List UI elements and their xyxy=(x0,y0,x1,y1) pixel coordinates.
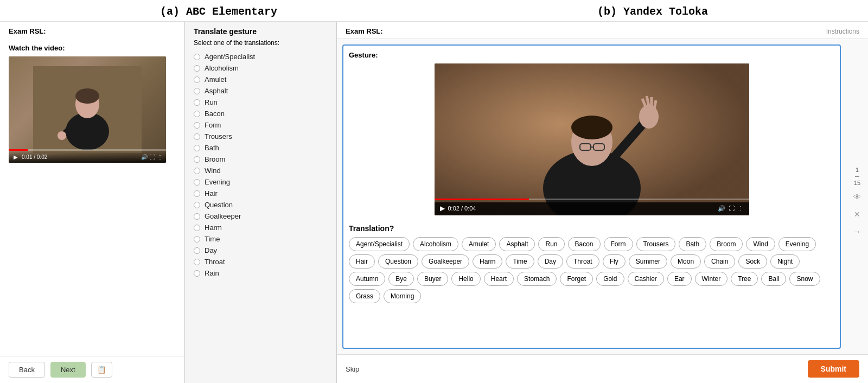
translation-btn-16[interactable]: Time xyxy=(506,254,534,269)
translation-btn-25[interactable]: Autumn xyxy=(349,272,385,286)
option-item[interactable]: Wind xyxy=(194,165,328,176)
option-item[interactable]: Question xyxy=(194,199,328,210)
translation-btn-37[interactable]: Ball xyxy=(761,272,786,286)
option-radio-9[interactable] xyxy=(194,156,200,163)
translation-btn-35[interactable]: Winter xyxy=(695,272,728,286)
right-video-player[interactable]: ▶ 0:02 / 0:04 🔊 ⛶ ⋮ xyxy=(435,63,749,215)
option-radio-17[interactable] xyxy=(194,247,200,254)
right-volume-icon[interactable]: 🔊 xyxy=(718,205,725,212)
option-radio-15[interactable] xyxy=(194,225,200,231)
right-play-button[interactable]: ▶ xyxy=(440,205,445,212)
translation-btn-6[interactable]: Form xyxy=(604,237,633,251)
translation-btn-8[interactable]: Bath xyxy=(679,237,706,251)
option-item[interactable]: Form xyxy=(194,119,328,131)
translation-btn-11[interactable]: Evening xyxy=(778,237,816,251)
option-radio-8[interactable] xyxy=(194,145,200,151)
option-item[interactable]: Rain xyxy=(194,267,328,279)
submit-button[interactable]: Submit xyxy=(808,360,859,378)
translation-btn-29[interactable]: Heart xyxy=(484,272,514,286)
option-radio-5[interactable] xyxy=(194,111,200,117)
translation-btn-4[interactable]: Run xyxy=(538,237,564,251)
translation-btn-1[interactable]: Alcoholism xyxy=(413,237,458,251)
translation-btn-34[interactable]: Ear xyxy=(667,272,692,286)
option-radio-2[interactable] xyxy=(194,76,200,83)
option-item[interactable]: Throat xyxy=(194,256,328,267)
option-radio-16[interactable] xyxy=(194,236,200,242)
translation-btn-19[interactable]: Fly xyxy=(603,254,626,269)
next-button[interactable]: Next xyxy=(50,362,86,378)
option-radio-19[interactable] xyxy=(194,270,200,277)
translation-btn-10[interactable]: Wind xyxy=(746,237,775,251)
option-radio-4[interactable] xyxy=(194,99,200,106)
translation-btn-0[interactable]: Agent/Specialist xyxy=(349,237,410,251)
translation-btn-40[interactable]: Morning xyxy=(384,289,421,303)
left-video-player[interactable]: ▶ 0:01 / 0:02 🔊 ⛶ ⋮ xyxy=(9,56,166,163)
translation-btn-36[interactable]: Tree xyxy=(731,272,758,286)
translation-btn-12[interactable]: Hair xyxy=(349,254,375,269)
option-item[interactable]: Bacon xyxy=(194,108,328,119)
eye-icon[interactable]: 👁 xyxy=(851,190,864,203)
translation-btn-27[interactable]: Buyer xyxy=(417,272,448,286)
translation-btn-22[interactable]: Chain xyxy=(704,254,735,269)
skip-button[interactable]: Skip xyxy=(346,365,359,373)
option-item[interactable]: Goalkeeper xyxy=(194,210,328,222)
option-radio-7[interactable] xyxy=(194,133,200,140)
option-item[interactable]: Run xyxy=(194,97,328,108)
option-item[interactable]: Asphalt xyxy=(194,85,328,97)
translation-btn-15[interactable]: Harm xyxy=(473,254,502,269)
option-item[interactable]: Evening xyxy=(194,176,328,188)
translation-btn-28[interactable]: Hello xyxy=(451,272,480,286)
translation-btn-31[interactable]: Forget xyxy=(560,272,593,286)
translation-btn-13[interactable]: Question xyxy=(378,254,418,269)
left-fullscreen-icon[interactable]: ⛶ xyxy=(150,154,155,160)
translation-btn-14[interactable]: Goalkeeper xyxy=(422,254,469,269)
option-item[interactable]: Hair xyxy=(194,188,328,199)
translation-btn-2[interactable]: Amulet xyxy=(462,237,496,251)
left-more-icon[interactable]: ⋮ xyxy=(157,154,163,160)
translation-btn-39[interactable]: Grass xyxy=(349,289,380,303)
option-item[interactable]: Harm xyxy=(194,222,328,233)
translation-btn-21[interactable]: Moon xyxy=(671,254,701,269)
option-radio-1[interactable] xyxy=(194,65,200,72)
option-item[interactable]: Trousers xyxy=(194,131,328,142)
right-more-icon[interactable]: ⋮ xyxy=(738,205,744,212)
translation-btn-33[interactable]: Cashier xyxy=(628,272,664,286)
option-item[interactable]: Amulet xyxy=(194,74,328,85)
left-volume-icon[interactable]: 🔊 xyxy=(141,154,148,160)
option-radio-18[interactable] xyxy=(194,259,200,265)
option-radio-13[interactable] xyxy=(194,202,200,208)
option-radio-6[interactable] xyxy=(194,122,200,129)
instructions-link[interactable]: Instructions xyxy=(826,28,859,35)
right-progress-bar[interactable] xyxy=(435,199,749,200)
option-item[interactable]: Broom xyxy=(194,154,328,165)
copy-button[interactable]: 📋 xyxy=(91,362,112,378)
translation-btn-9[interactable]: Broom xyxy=(710,237,743,251)
translation-btn-24[interactable]: Night xyxy=(770,254,800,269)
option-item[interactable]: Time xyxy=(194,233,328,245)
arrow-right-icon[interactable]: → xyxy=(851,225,864,238)
option-item[interactable]: Agent/Specialist xyxy=(194,51,328,62)
translation-btn-18[interactable]: Throat xyxy=(566,254,599,269)
option-radio-12[interactable] xyxy=(194,190,200,197)
translation-btn-7[interactable]: Trousers xyxy=(636,237,676,251)
translation-btn-5[interactable]: Bacon xyxy=(568,237,601,251)
translation-btn-20[interactable]: Summer xyxy=(629,254,667,269)
option-radio-11[interactable] xyxy=(194,179,200,186)
translation-btn-17[interactable]: Day xyxy=(538,254,563,269)
option-radio-10[interactable] xyxy=(194,168,200,174)
translation-btn-23[interactable]: Sock xyxy=(738,254,767,269)
back-button[interactable]: Back xyxy=(9,362,45,378)
option-item[interactable]: Bath xyxy=(194,142,328,154)
left-play-button[interactable]: ▶ xyxy=(12,153,20,161)
translation-btn-3[interactable]: Asphalt xyxy=(499,237,535,251)
right-fullscreen-icon[interactable]: ⛶ xyxy=(729,205,735,212)
option-radio-3[interactable] xyxy=(194,88,200,94)
translation-btn-38[interactable]: Snow xyxy=(789,272,820,286)
option-radio-14[interactable] xyxy=(194,213,200,220)
translation-btn-26[interactable]: Bye xyxy=(388,272,414,286)
translation-btn-32[interactable]: Gold xyxy=(596,272,624,286)
option-item[interactable]: Day xyxy=(194,245,328,256)
option-item[interactable]: Alcoholism xyxy=(194,62,328,74)
close-icon[interactable]: ✕ xyxy=(851,208,864,221)
option-radio-0[interactable] xyxy=(194,54,200,60)
